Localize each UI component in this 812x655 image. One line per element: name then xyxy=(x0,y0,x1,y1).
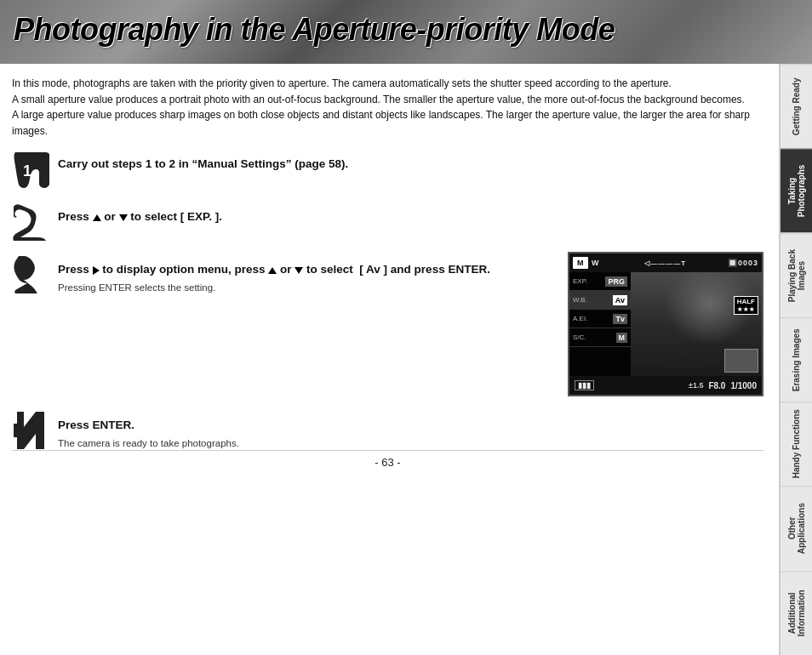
step-4-sub: The camera is ready to take photographs. xyxy=(58,436,763,450)
camera-half-label: HALF★★★ xyxy=(734,296,758,315)
step-1-number: 1 xyxy=(12,151,49,188)
step-3-sub: Pressing ENTER selects the setting. xyxy=(58,281,552,294)
intro-para-2: A small aperture value produces a portra… xyxy=(12,94,745,105)
svg-text:1: 1 xyxy=(23,162,31,179)
step-3-number xyxy=(12,256,49,293)
page-header: Photography in the Aperture-priority Mod… xyxy=(0,0,812,64)
sidebar: Getting Ready Taking Photographs Playing… xyxy=(780,64,812,655)
step-4-number xyxy=(12,412,49,449)
camera-counter: 0003 xyxy=(738,259,758,267)
camera-image-area: HALF★★★ xyxy=(631,272,762,376)
camera-screen: M W ◁————T 🔲 0003 EXP. PRG W.B. Av xyxy=(568,252,763,396)
intro-text: In this mode, photographs are taken with… xyxy=(12,76,763,139)
cam-menu-exp: EXP. PRG xyxy=(569,272,631,291)
camera-image-icon: 🔲 xyxy=(728,259,738,267)
camera-exposure-bar: ◁————T xyxy=(603,259,728,267)
step-4: Press ENTER. The camera is ready to take… xyxy=(12,412,763,450)
down-arrow-2-icon xyxy=(294,267,303,274)
sidebar-item-taking-photographs[interactable]: Taking Photographs xyxy=(781,148,812,232)
page-number: - 63 - xyxy=(12,450,763,472)
up-arrow-2-icon xyxy=(268,267,277,274)
camera-wb-indicator: W xyxy=(592,259,599,267)
step-2-content: Press or to select [ EXP. ]. xyxy=(58,203,763,225)
camera-menu: EXP. PRG W.B. Av A.EI. Tv S/C. M xyxy=(569,272,631,376)
page-title: Photography in the Aperture-priority Mod… xyxy=(0,0,812,56)
step-3-content: Press to display option menu, press or t… xyxy=(58,256,552,294)
camera-values: ±1.5 F8.0 1/1000 xyxy=(689,381,757,390)
content-area: In this mode, photographs are taken with… xyxy=(0,64,780,655)
sidebar-item-getting-ready[interactable]: Getting Ready xyxy=(781,64,812,148)
sidebar-item-additional-info[interactable]: Additional Information xyxy=(781,571,812,655)
camera-battery-icon: ▮▮▮ xyxy=(575,380,594,390)
sidebar-item-other-applications[interactable]: Other Applications xyxy=(781,486,812,570)
step-2-number xyxy=(12,203,49,241)
main-layout: In this mode, photographs are taken with… xyxy=(0,64,812,655)
step-4-content: Press ENTER. The camera is ready to take… xyxy=(58,412,763,450)
camera-ev: ±1.5 xyxy=(689,381,703,390)
camera-aperture: F8.0 xyxy=(708,381,725,390)
intro-para-3: A large aperture value produces sharp im… xyxy=(12,109,750,137)
cam-menu-wb: W.B. Av xyxy=(569,291,631,310)
step-1-content: Carry out steps 1 to 2 in “Manual Settin… xyxy=(58,151,763,173)
up-arrow-icon xyxy=(93,214,101,221)
camera-thumbnail xyxy=(724,349,758,373)
step-2-text: Press or to select [ EXP. ]. xyxy=(58,208,763,225)
camera-shutter: 1/1000 xyxy=(730,381,757,390)
camera-bottom-bar: ▮▮▮ ±1.5 F8.0 1/1000 xyxy=(569,376,762,395)
cam-menu-aei: A.EI. Tv xyxy=(569,310,631,328)
down-arrow-icon xyxy=(119,214,128,221)
step-1: 1 Carry out steps 1 to 2 in “Manual Sett… xyxy=(12,151,763,188)
step-2: Press or to select [ EXP. ]. xyxy=(12,203,763,241)
camera-mode-icon: M xyxy=(573,257,588,269)
sidebar-item-playing-back[interactable]: Playing Back Images xyxy=(781,233,812,317)
sidebar-item-erasing[interactable]: Erasing Images xyxy=(781,317,812,402)
intro-para-1: In this mode, photographs are taken with… xyxy=(12,77,672,89)
step-4-text: Press ENTER. xyxy=(58,417,763,434)
camera-top-bar: M W ◁————T 🔲 0003 xyxy=(569,253,762,272)
right-arrow-icon xyxy=(93,266,100,275)
sidebar-item-handy-functions[interactable]: Handy Functions xyxy=(781,402,812,486)
cam-menu-sc: S/C. M xyxy=(569,328,631,347)
step-1-text: Carry out steps 1 to 2 in “Manual Settin… xyxy=(58,156,763,173)
step-3-text: Press to display option menu, press or t… xyxy=(58,261,552,278)
step-3-left: Press to display option menu, press or t… xyxy=(12,256,552,294)
step-3-row: Press to display option menu, press or t… xyxy=(12,256,763,396)
